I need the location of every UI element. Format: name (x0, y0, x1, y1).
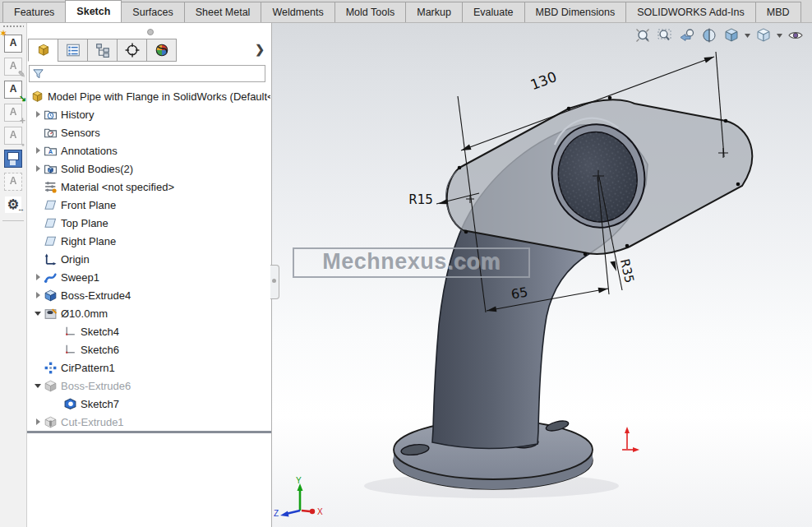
ribbon-tab-sheet-metal[interactable]: Sheet Metal (184, 2, 262, 22)
tree-item-front-plane[interactable]: Front Plane (27, 196, 270, 214)
tree-expand-arrow[interactable] (32, 146, 44, 155)
capture-3d-view-glyph (5, 196, 21, 213)
tree-item-sensors[interactable]: Sensors (27, 123, 270, 141)
triad-y-label: Y (296, 476, 302, 485)
tree-item-label: Material <not specified> (61, 181, 178, 193)
dim-offset[interactable]: 65 (510, 284, 528, 302)
ribbon-tab-solidworks-add-ins[interactable]: SOLIDWORKS Add-Ins (625, 2, 756, 22)
tree-item-cirpattern1[interactable]: CirPattern1 (27, 358, 270, 377)
ann-icon (44, 144, 58, 158)
sketch-b-icon (63, 397, 77, 411)
tree-expand-arrow[interactable] (32, 309, 44, 317)
tree-item-sketch6[interactable]: Sketch6 (27, 340, 270, 358)
ribbon-tab-markup[interactable]: Markup (405, 2, 463, 22)
edit-annotation-view-icon[interactable] (2, 56, 24, 77)
bodies-icon (44, 162, 58, 176)
tree-arrow-spacer (52, 345, 63, 354)
pipe-with-flange-model[interactable] (364, 96, 752, 498)
ribbon-tab-mbd-dimensions[interactable]: MBD Dimensions (524, 2, 627, 22)
display-style-button[interactable] (754, 26, 773, 44)
tree-item-label: Solid Bodies(2) (61, 163, 136, 175)
panel-grip-dot[interactable] (147, 29, 154, 35)
ribbon-tab-surfaces[interactable]: Surfaces (121, 2, 184, 22)
tab-property-manager[interactable] (58, 39, 88, 62)
tab-featuremanager-design-tree[interactable] (28, 39, 58, 62)
view-orientation-dropdown[interactable] (744, 26, 751, 44)
sketch-icon (63, 343, 77, 357)
dim-corner-radius[interactable]: R15 (408, 192, 433, 207)
tab-dimxpert-manager[interactable] (117, 39, 147, 62)
activate-annotation-view-icon[interactable] (2, 79, 24, 100)
hole-icon (44, 307, 58, 321)
feature-tree: Model Pipe with Flange in SolidWorks (De… (27, 87, 270, 431)
featuremanager-panel: ❯ Model Pipe with Flange in SolidWorks (… (27, 23, 272, 527)
dim-length[interactable]: 130 (528, 68, 559, 93)
tree-item-sweep1[interactable]: Sweep1 (27, 268, 270, 286)
tab-display-manager[interactable] (146, 39, 177, 62)
tree-item-boss-extrude4[interactable]: Boss-Extrude4 (27, 286, 270, 304)
tree-item-sketch4[interactable]: Sketch4 (27, 322, 270, 340)
tree-arrow-spacer (52, 327, 63, 335)
tree-expand-arrow[interactable] (32, 291, 44, 299)
plane-icon (44, 216, 58, 230)
ribbon-tab-evaluate[interactable]: Evaluate (462, 2, 525, 22)
tree-arrow-spacer (32, 255, 44, 263)
tree-item-label: Sweep1 (61, 271, 103, 284)
sens-icon (44, 126, 58, 140)
chevron-down-icon (777, 34, 782, 38)
hist-icon (44, 108, 58, 122)
tree-item-history[interactable]: History (27, 105, 270, 123)
tree-expand-arrow[interactable] (32, 273, 44, 281)
rollback-bar[interactable] (27, 431, 271, 433)
toolbar-grip[interactable] (2, 25, 24, 28)
save-3d-view-glyph (4, 150, 22, 168)
tree-item-annotations[interactable]: Annotations (27, 141, 270, 159)
tree-item-top-plane[interactable]: Top Plane (27, 214, 270, 232)
mbd-left-toolbar (0, 23, 27, 527)
ribbon-tab-bar: FeaturesSketchSurfacesSheet MetalWeldmen… (0, 0, 812, 23)
new-annotation-view-icon[interactable] (2, 33, 24, 54)
display-style-dropdown[interactable] (776, 26, 783, 44)
tree-item-label: Sketch4 (81, 326, 122, 338)
ribbon-tab-sketch[interactable]: Sketch (65, 0, 122, 22)
ribbon-tab-weldments[interactable]: Weldments (261, 2, 334, 22)
tree-item-right-plane[interactable]: Right Plane (27, 232, 270, 250)
hide-show-items-button[interactable] (786, 26, 805, 44)
ribbon-tab-mold-tools[interactable]: Mold Tools (334, 2, 407, 22)
tree-item-solid-bodies-2[interactable]: Solid Bodies(2) (27, 159, 270, 178)
tab-configuration-manager[interactable] (87, 39, 118, 62)
panel-splitter-handle[interactable] (270, 265, 279, 299)
toolbar-separator (2, 220, 24, 221)
tree-item-label: Boss-Extrude4 (61, 289, 134, 302)
tree-filter (29, 65, 265, 82)
save-3d-view-icon[interactable] (2, 148, 24, 169)
tree-item-origin[interactable]: Origin (27, 250, 270, 268)
tree-item-boss-extrude6[interactable]: Boss-Extrude6 (27, 377, 270, 395)
section-view-button[interactable] (699, 26, 719, 44)
activate-annotation-view-glyph (4, 81, 22, 99)
add-annotation-icon[interactable] (2, 102, 24, 123)
view-orientation-button[interactable] (722, 26, 741, 44)
more-tabs-button[interactable]: ❯ (255, 43, 265, 56)
annotation-area-icon[interactable] (2, 171, 24, 192)
tree-expand-arrow[interactable] (32, 381, 44, 390)
tree-expand-arrow[interactable] (32, 164, 44, 173)
tree-item-cut-extrude1[interactable]: Cut-Extrude1 (27, 413, 270, 431)
tree-expand-arrow[interactable] (32, 110, 44, 118)
cut-g-icon (44, 415, 58, 429)
zoom-to-fit-button[interactable] (633, 26, 653, 44)
tree-item-10-0mm[interactable]: Ø10.0mm (27, 304, 270, 322)
view-orientation-icon (723, 27, 740, 44)
tree-item-material-not-specified[interactable]: Material <not specified> (27, 178, 270, 196)
previous-view-button[interactable] (677, 26, 697, 44)
tree-item-sketch7[interactable]: Sketch7 (27, 395, 270, 413)
tree-filter-input[interactable] (47, 66, 265, 81)
ribbon-tab-features[interactable]: Features (2, 2, 66, 22)
tree-expand-arrow[interactable] (32, 418, 44, 426)
dimxpert-manager-icon (125, 43, 140, 58)
tree-item-model-pipe-with-flange-in-solidworks-default-i[interactable]: Model Pipe with Flange in SolidWorks (De… (27, 87, 270, 105)
ribbon-tab-mbd[interactable]: MBD (755, 2, 801, 22)
zoom-to-area-button[interactable] (655, 26, 675, 44)
capture-3d-view-icon[interactable] (2, 194, 24, 215)
hide-annotation-icon[interactable] (2, 125, 24, 146)
